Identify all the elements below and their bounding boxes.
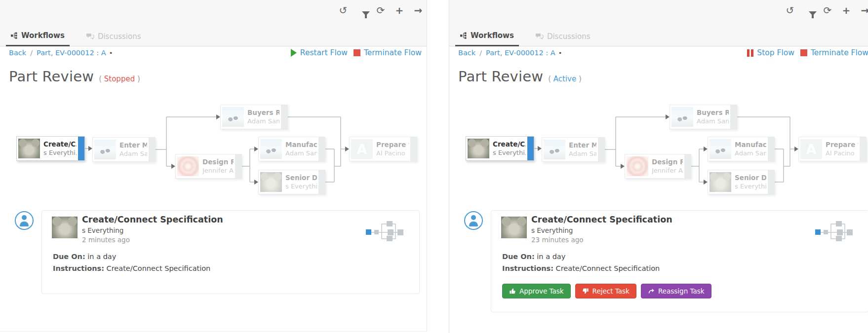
instructions-label: Instructions:: [502, 264, 553, 272]
tab-discussions[interactable]: Discussions: [81, 27, 146, 46]
node-avatar-letter: A: [800, 139, 822, 159]
tab-workflows[interactable]: Workflows: [6, 27, 70, 46]
restart-flow-button[interactable]: Restart Flow: [291, 48, 348, 57]
node-status-bar: [730, 105, 737, 129]
flow-node-senior[interactable]: Senior De... s Everythi...: [708, 170, 775, 194]
node-status-bar: [149, 138, 155, 161]
node-title: Enter Ma...: [119, 141, 147, 150]
node-avatar-image: [177, 156, 199, 176]
node-assignee: Adam San...: [119, 150, 147, 158]
back-link[interactable]: Back: [9, 49, 26, 57]
node-avatar-image: [710, 172, 731, 192]
add-icon[interactable]: +: [841, 4, 852, 17]
tab-discussions[interactable]: Discussions: [531, 27, 595, 46]
flow-node-enter[interactable]: Enter Ma... Adam San...: [92, 137, 156, 162]
node-assignee: s Everythi...: [285, 183, 317, 191]
tab-discussions-label: Discussions: [98, 32, 141, 41]
reject-task-button[interactable]: Reject Task: [575, 284, 636, 298]
node-avatar-image: [544, 140, 565, 159]
flow-node-design[interactable]: Design R... Jennifer A...: [175, 154, 242, 179]
due-line: Due On: in a day: [53, 253, 116, 260]
node-title: Create/C...: [43, 140, 77, 149]
discussions-icon: [86, 33, 94, 40]
node-status-bar: [527, 137, 534, 160]
node-title: Prepare f...: [376, 140, 409, 150]
paren-close: ): [137, 74, 140, 83]
node-avatar-image: [94, 140, 116, 159]
node-status-bar: [860, 137, 866, 161]
node-status-bar: [768, 137, 774, 161]
workflow-panel-stopped: ↺ ⟳ + → Workflows: [0, 0, 427, 332]
reassign-task-button[interactable]: Reassign Task: [641, 284, 711, 298]
tab-workflows-label: Workflows: [471, 31, 514, 40]
node-status-bar: [318, 170, 325, 194]
approve-task-label: Approve Task: [519, 287, 564, 295]
breadcrumb-item-link[interactable]: Part, EV-000012 : A: [37, 49, 106, 57]
status-text: Active: [553, 74, 576, 83]
mini-workflow-icon[interactable]: [814, 220, 855, 242]
node-status-bar: [410, 137, 417, 161]
flow-node-buyers[interactable]: Buyers R... Adam San...: [220, 105, 288, 129]
task-assignee: s Everything: [82, 226, 123, 234]
flow-node-prepare[interactable]: A Prepare f... Al Pacino: [798, 137, 867, 161]
due-value: in a day: [87, 253, 116, 260]
flow-node-create-connect[interactable]: Create/C... s Everythi...: [466, 136, 534, 161]
workflow-icon: [11, 32, 18, 39]
workflow-status: ( Active ): [548, 74, 582, 83]
history-icon[interactable]: ↺: [785, 4, 795, 17]
flow-node-senior[interactable]: Senior De... s Everythi...: [258, 170, 325, 194]
tab-workflows[interactable]: Workflows: [455, 27, 519, 46]
page-title: Part Review: [458, 68, 543, 85]
breadcrumb: Back / Part, EV-000012 : A • Stop Flow T…: [458, 48, 868, 57]
mini-workflow-icon[interactable]: [365, 220, 405, 242]
back-link[interactable]: Back: [458, 49, 475, 57]
task-card: Create/Connect Specification s Everythin…: [41, 210, 420, 294]
flow-node-enter[interactable]: Enter Ma... Adam San...: [542, 137, 605, 162]
node-title: Senior De...: [735, 173, 766, 183]
refresh-icon[interactable]: ⟳: [822, 4, 833, 17]
task-assignee: s Everything: [531, 226, 573, 234]
flow-node-design[interactable]: Design R... Jennifer A...: [625, 154, 691, 179]
forward-icon[interactable]: →: [413, 4, 424, 17]
approve-task-button[interactable]: Approve Task: [502, 284, 571, 298]
flow-node-manufacturing[interactable]: Manufact... Adam San...: [708, 137, 775, 161]
node-status-bar: [768, 170, 774, 194]
node-assignee: Adam San...: [285, 149, 317, 158]
assignee-person-icon: [15, 211, 34, 230]
pause-icon: [747, 49, 753, 57]
tab-bar: Workflows Discussions: [6, 27, 146, 46]
stop-square-icon: [800, 49, 807, 56]
instructions-value: Create/Connect Specification: [556, 264, 660, 272]
node-title: Create/C...: [493, 140, 526, 149]
flow-node-prepare[interactable]: A Prepare f... Al Pacino: [349, 137, 417, 161]
page-title: Part Review: [9, 68, 94, 85]
instructions-value: Create/Connect Specification: [107, 264, 211, 272]
tab-discussions-label: Discussions: [547, 32, 591, 41]
node-status-bar: [281, 105, 287, 129]
forward-icon[interactable]: →: [860, 4, 868, 17]
flow-node-manufacturing[interactable]: Manufact... Adam San...: [258, 137, 325, 161]
task-avatar-image: [52, 217, 78, 238]
add-icon[interactable]: +: [394, 4, 405, 17]
flow-node-create-connect[interactable]: Create/C... s Everythi...: [16, 136, 85, 161]
node-assignee: Adam San...: [247, 117, 279, 126]
history-icon[interactable]: ↺: [338, 4, 349, 17]
task-avatar-image: [501, 217, 527, 238]
reassign-task-label: Reassign Task: [658, 287, 705, 295]
workflow-diagram: Create/C... s Everythi... Enter Ma... Ad…: [0, 99, 427, 204]
terminate-flow-button[interactable]: Terminate Flow: [354, 48, 422, 57]
node-title: Buyers R...: [697, 108, 729, 118]
flow-node-buyers[interactable]: Buyers R... Adam San...: [670, 105, 737, 129]
terminate-flow-button[interactable]: Terminate Flow: [800, 48, 868, 57]
refresh-icon[interactable]: ⟳: [375, 4, 386, 17]
workflow-panel-active: ↺ ⟳ + → Workflows: [449, 0, 868, 333]
breadcrumb: Back / Part, EV-000012 : A • Restart Flo…: [9, 48, 422, 57]
task-title: Create/Connect Specification: [531, 215, 672, 224]
breadcrumb-item-link[interactable]: Part, EV-000012 : A: [486, 49, 555, 57]
node-avatar-image: [710, 139, 731, 159]
node-title: Enter Ma...: [569, 141, 596, 150]
stop-flow-button[interactable]: Stop Flow: [747, 48, 794, 57]
node-assignee: Al Pacino: [826, 149, 858, 158]
panel-header: ↺ ⟳ + → Workflows: [0, 0, 427, 46]
breadcrumb-marker: •: [558, 49, 562, 57]
